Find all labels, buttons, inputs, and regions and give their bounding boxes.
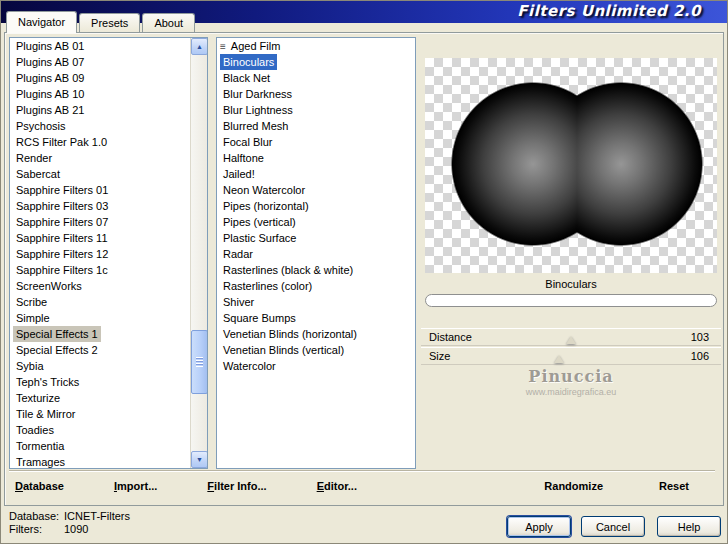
filter-item[interactable]: ≡Blur Darkness xyxy=(217,86,415,102)
category-item[interactable]: Plugins AB 01 xyxy=(10,38,190,54)
tab-about[interactable]: About xyxy=(142,13,195,32)
category-scrollbar[interactable]: ▲ ▼ xyxy=(190,38,207,468)
filter-label: Neon Watercolor xyxy=(220,182,308,198)
filter-item[interactable]: ≡Black Net xyxy=(217,70,415,86)
filter-label: Pipes (horizontal) xyxy=(220,198,312,214)
filter-item[interactable]: ≡Halftone xyxy=(217,150,415,166)
category-item[interactable]: RCS Filter Pak 1.0 xyxy=(10,134,190,150)
filter-label: Pipes (vertical) xyxy=(220,214,299,230)
category-label: Toadies xyxy=(13,422,57,438)
param-row-size[interactable]: Size 106 xyxy=(421,347,721,365)
category-item[interactable]: Tile & Mirror xyxy=(10,406,190,422)
apply-button[interactable]: Apply xyxy=(507,516,571,537)
watermark: Pinuccia www.maidiregrafica.eu xyxy=(421,367,721,397)
filter-item[interactable]: ≡Radar xyxy=(217,246,415,262)
filter-item[interactable]: ≡Aged Film xyxy=(217,38,415,54)
category-item[interactable]: Plugins AB 21 xyxy=(10,102,190,118)
category-item[interactable]: ScreenWorks xyxy=(10,278,190,294)
filter-item[interactable]: ≡Blur Lightness xyxy=(217,102,415,118)
slider-thumb[interactable] xyxy=(566,336,576,344)
filter-item[interactable]: ≡Shiver xyxy=(217,294,415,310)
binoculars-preview xyxy=(425,58,717,273)
filter-item[interactable]: ≡Venetian Blinds (horizontal) xyxy=(217,326,415,342)
tab-strip: Navigator Presets About xyxy=(6,12,197,33)
filter-item[interactable]: ≡Focal Blur xyxy=(217,134,415,150)
scroll-up-icon: ▲ xyxy=(196,43,203,50)
category-label: Special Effects 2 xyxy=(13,342,101,358)
filter-label: Binoculars xyxy=(220,54,277,70)
category-item[interactable]: Sybia xyxy=(10,358,190,374)
scroll-up-button[interactable]: ▲ xyxy=(191,38,208,55)
filter-item[interactable]: ≡Watercolor xyxy=(217,358,415,374)
filter-item[interactable]: ≡Square Bumps xyxy=(217,310,415,326)
category-item[interactable]: Sabercat xyxy=(10,166,190,182)
status-filters-value: 1090 xyxy=(64,523,88,536)
import-button[interactable]: Import... xyxy=(108,478,163,494)
category-item[interactable]: Sapphire Filters 11 xyxy=(10,230,190,246)
category-item[interactable]: Plugins AB 09 xyxy=(10,70,190,86)
category-item[interactable]: Sapphire Filters 01 xyxy=(10,182,190,198)
category-item[interactable]: Special Effects 1 xyxy=(10,326,190,342)
category-item[interactable]: Toadies xyxy=(10,422,190,438)
category-item[interactable]: Plugins AB 07 xyxy=(10,54,190,70)
category-label: Plugins AB 07 xyxy=(13,54,88,70)
status-database-value: ICNET-Filters xyxy=(64,510,130,523)
param-value: 106 xyxy=(691,350,709,362)
status-filters-row: Filters: 1090 xyxy=(9,523,130,536)
category-item[interactable]: Psychosis xyxy=(10,118,190,134)
slider-thumb[interactable] xyxy=(554,355,564,363)
category-label: Tramages xyxy=(13,454,68,469)
filter-label: Venetian Blinds (horizontal) xyxy=(220,326,360,342)
category-item[interactable]: Plugins AB 10 xyxy=(10,86,190,102)
category-item[interactable]: Texturize xyxy=(10,390,190,406)
category-label: Plugins AB 21 xyxy=(13,102,88,118)
filter-info-button[interactable]: Filter Info... xyxy=(201,478,272,494)
filter-list[interactable]: ≡Aged Film ≡Binoculars ≡Black Net ≡Blur … xyxy=(216,37,416,469)
filter-item[interactable]: ≡Blurred Mesh xyxy=(217,118,415,134)
filter-item[interactable]: ≡Rasterlines (black & white) xyxy=(217,262,415,278)
param-row-distance[interactable]: Distance 103 xyxy=(421,328,721,346)
category-label: Tile & Mirror xyxy=(13,406,78,422)
param-label: Size xyxy=(429,350,450,362)
watermark-name: Pinuccia xyxy=(421,367,721,386)
filter-item[interactable]: ≡Binoculars xyxy=(217,54,415,70)
param-value: 103 xyxy=(691,331,709,343)
category-item[interactable]: Sapphire Filters 1c xyxy=(10,262,190,278)
filter-label: Shiver xyxy=(220,294,257,310)
category-item[interactable]: Sapphire Filters 12 xyxy=(10,246,190,262)
filter-item[interactable]: ≡Jailed! xyxy=(217,166,415,182)
category-item[interactable]: Tormentia xyxy=(10,438,190,454)
category-item[interactable]: Scribe xyxy=(10,294,190,310)
filter-item[interactable]: ≡Plastic Surface xyxy=(217,230,415,246)
tab-navigator[interactable]: Navigator xyxy=(6,11,77,33)
filter-label: Plastic Surface xyxy=(220,230,299,246)
category-item[interactable]: Sapphire Filters 07 xyxy=(10,214,190,230)
tab-presets[interactable]: Presets xyxy=(79,13,140,32)
category-item[interactable]: Render xyxy=(10,150,190,166)
category-item[interactable]: Teph's Tricks xyxy=(10,374,190,390)
filter-item[interactable]: ≡Pipes (horizontal) xyxy=(217,198,415,214)
category-list[interactable]: ▲ ▼ Plugins AB 01 Plugins AB 07 Plugins … xyxy=(9,37,208,469)
toolbar-separator xyxy=(9,470,715,472)
cancel-button[interactable]: Cancel xyxy=(581,516,645,537)
category-item[interactable]: Tramages xyxy=(10,454,190,469)
category-item[interactable]: Simple xyxy=(10,310,190,326)
editor-button[interactable]: Editor... xyxy=(311,478,363,494)
randomize-button[interactable]: Randomize xyxy=(538,478,609,494)
scroll-down-button[interactable]: ▼ xyxy=(191,451,208,468)
category-item[interactable]: Special Effects 2 xyxy=(10,342,190,358)
category-item[interactable]: Sapphire Filters 03 xyxy=(10,198,190,214)
filter-item[interactable]: ≡Venetian Blinds (vertical) xyxy=(217,342,415,358)
scrollbar-thumb[interactable] xyxy=(191,330,208,394)
category-label: ScreenWorks xyxy=(13,278,85,294)
status-database-label: Database: xyxy=(9,510,64,523)
category-label: Sapphire Filters 12 xyxy=(13,246,111,262)
help-button[interactable]: Help xyxy=(657,516,721,537)
filter-item[interactable]: ≡Neon Watercolor xyxy=(217,182,415,198)
database-button[interactable]: Database xyxy=(9,478,70,494)
filter-item[interactable]: ≡Rasterlines (color) xyxy=(217,278,415,294)
window-title: Filters Unlimited 2.0 xyxy=(517,2,701,20)
selected-filter-label: Binoculars xyxy=(421,276,721,292)
reset-button[interactable]: Reset xyxy=(653,478,695,494)
filter-item[interactable]: ≡Pipes (vertical) xyxy=(217,214,415,230)
